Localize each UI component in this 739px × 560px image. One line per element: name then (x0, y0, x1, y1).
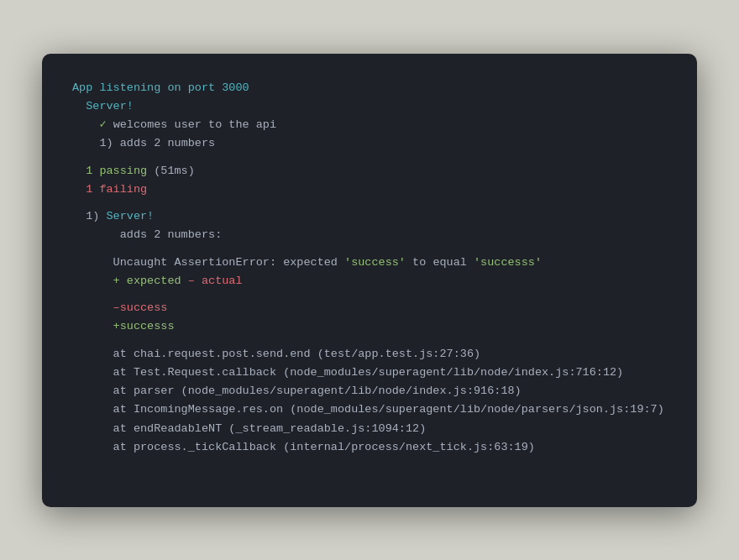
terminal-text-segment: at parser (node_modules/superagent/lib/n… (72, 385, 521, 397)
terminal-line: 1) Server! (72, 207, 667, 226)
terminal-text-segment: –success (72, 301, 167, 314)
terminal-line: Server! (72, 97, 667, 116)
terminal-line: 1) adds 2 numbers (72, 134, 667, 153)
terminal-text-segment: 1 passing (72, 165, 154, 177)
terminal-text-segment: Server! (107, 210, 155, 222)
terminal-line: at process._tickCallback (internal/proce… (72, 438, 667, 457)
spacer-line (72, 290, 667, 299)
terminal-window: App listening on port 3000 Server! ✓ wel… (42, 54, 697, 507)
terminal-text-segment: 1) (72, 210, 107, 222)
spacer-line (72, 337, 667, 345)
terminal-text-segment: App listening on port 3000 (72, 81, 249, 94)
terminal-text-segment: adds 2 numbers (120, 137, 215, 149)
terminal-text-segment: 1) (72, 137, 120, 149)
terminal-text-segment: welcomes user to the api (113, 118, 276, 131)
terminal-line: adds 2 numbers: (72, 226, 667, 244)
terminal-line: Uncaught AssertionError: expected 'succe… (72, 254, 667, 272)
spacer-line (72, 199, 667, 207)
terminal-line: 1 failing (72, 181, 667, 199)
terminal-line: at endReadableNT (_stream_readable.js:10… (72, 420, 667, 438)
terminal-text-segment: Server! (72, 100, 134, 113)
terminal-line: –success (72, 299, 667, 317)
terminal-line: at Test.Request.callback (node_modules/s… (72, 364, 667, 382)
terminal-text-segment: 'successs' (474, 256, 542, 269)
terminal-text-segment: Uncaught AssertionError: expected (72, 256, 344, 269)
terminal-text-segment: 'success' (344, 256, 406, 269)
terminal-line: + expected – actual (72, 272, 667, 290)
terminal-line: at IncomingMessage.res.on (node_modules/… (72, 400, 667, 419)
terminal-text-segment: – actual (188, 275, 243, 287)
terminal-line: at parser (node_modules/superagent/lib/n… (72, 382, 667, 400)
terminal-text-segment: + expected (72, 275, 188, 287)
terminal-line: App listening on port 3000 (72, 79, 667, 97)
terminal-text-segment: ✓ (72, 118, 113, 131)
terminal-text-segment: to equal (406, 256, 474, 269)
terminal-line: 1 passing (51ms) (72, 162, 667, 181)
terminal-text-segment: +successs (72, 320, 175, 332)
spacer-line (72, 154, 667, 162)
terminal-text-segment: at chai.request.post.send.end (test/app.… (72, 348, 480, 360)
spacer-line (72, 245, 667, 254)
terminal-text-segment: at endReadableNT (_stream_readable.js:10… (72, 422, 426, 435)
terminal-text-segment: at process._tickCallback (internal/proce… (72, 441, 535, 453)
terminal-text-segment: 1 failing (72, 183, 147, 196)
terminal-line: at chai.request.post.send.end (test/app.… (72, 345, 667, 364)
terminal-text-segment: at IncomingMessage.res.on (node_modules/… (72, 403, 664, 416)
terminal-text-segment: (51ms) (154, 165, 195, 177)
terminal-text-segment: adds 2 numbers: (72, 228, 222, 241)
terminal-line: +successs (72, 317, 667, 336)
terminal-line: ✓ welcomes user to the api (72, 116, 667, 134)
terminal-text-segment: at Test.Request.callback (node_modules/s… (72, 366, 623, 379)
